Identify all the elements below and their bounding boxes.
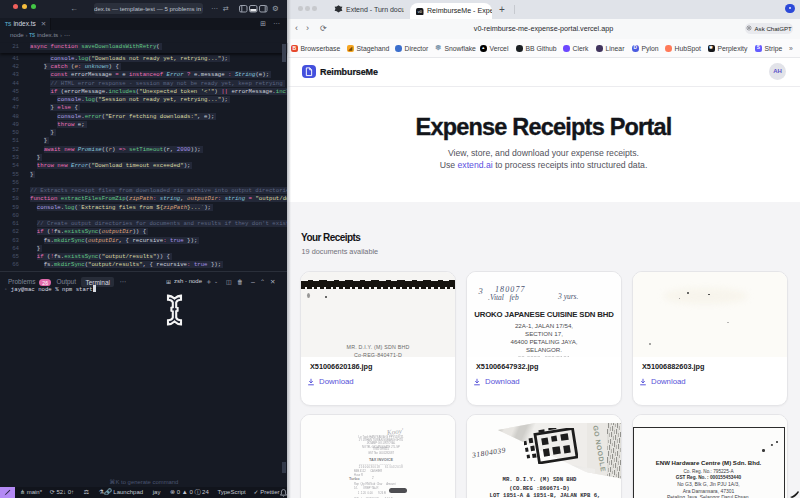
svg-text:v0: v0 [418, 10, 422, 14]
